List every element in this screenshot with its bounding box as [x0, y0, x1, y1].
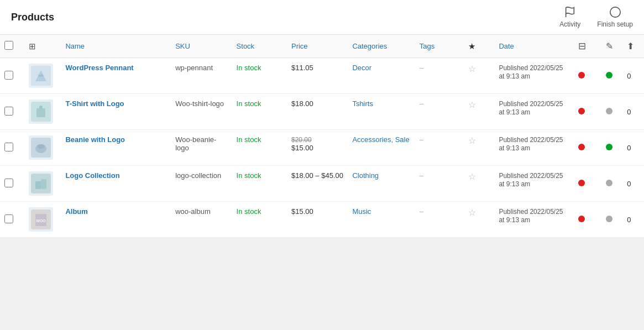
export-icon: ⬆: [627, 41, 634, 51]
product-image: WP: [29, 64, 53, 88]
product-category[interactable]: Music: [352, 207, 371, 216]
product-name[interactable]: Beanie with Logo: [65, 135, 125, 144]
product-image-cell: WOO: [24, 202, 61, 238]
product-tags: –: [420, 171, 423, 180]
row-checkbox[interactable]: [4, 214, 13, 223]
product-category[interactable]: Clothing: [352, 171, 379, 180]
product-sku: logo-collection: [175, 171, 221, 180]
row-checkbox[interactable]: [4, 107, 13, 116]
product-name-cell: Beanie with Logo: [61, 130, 171, 166]
product-image: [29, 135, 53, 160]
product-tags-cell: –: [415, 130, 464, 166]
product-date: Published 2022/05/25 at 9:13 am: [499, 136, 563, 152]
col-header-star: ★: [464, 35, 494, 58]
row-checkbox-cell: [0, 94, 24, 130]
product-sku-cell: logo-collection: [171, 166, 232, 202]
row-checkbox[interactable]: [4, 179, 13, 187]
col-header-price: Price: [287, 35, 348, 58]
edit-dot: [606, 144, 612, 150]
product-sku-cell: Woo-beanie-logo: [171, 130, 232, 166]
product-category[interactable]: Decor: [352, 64, 371, 72]
product-price-cell: $18.00 – $45.00: [287, 166, 348, 202]
product-name[interactable]: Logo Collection: [65, 171, 119, 180]
table-row: T-Shirt with Logo Woo-tshirt-logo In sto…: [0, 94, 644, 130]
row-checkbox-cell: [0, 130, 24, 166]
product-categories-cell: Decor: [348, 58, 415, 94]
product-date-cell: Published 2022/05/25 at 9:13 am: [494, 202, 574, 238]
col-header-image: ⊞: [24, 35, 61, 58]
stock-status: In stock: [237, 99, 261, 108]
select-all-checkbox[interactable]: [4, 41, 13, 50]
col-header-name[interactable]: Name: [61, 35, 171, 58]
product-price-cell: $15.00: [287, 202, 348, 238]
product-name[interactable]: WordPress Pennant: [65, 64, 133, 72]
product-categories-cell: Music: [348, 202, 415, 238]
col-header-checkbox: [0, 35, 24, 58]
table-row: Beanie with Logo Woo-beanie-logo In stoc…: [0, 130, 644, 166]
product-image: WOO: [29, 207, 53, 232]
product-edit-cell: [601, 94, 623, 130]
edit-dot: [606, 180, 612, 186]
product-count-cell: 0: [622, 94, 644, 130]
featured-star[interactable]: ☆: [468, 136, 476, 145]
col-header-sku[interactable]: SKU: [171, 35, 232, 58]
inventory-dot: [578, 72, 585, 78]
product-inventory-cell: [574, 202, 601, 238]
row-checkbox[interactable]: [4, 143, 13, 151]
product-price-cell: $20.00$15.00: [287, 130, 348, 166]
product-tags: –: [420, 207, 423, 216]
product-stock-cell: In stock: [232, 130, 287, 166]
product-edit-cell: [601, 202, 623, 238]
edit-dot: [606, 216, 612, 222]
featured-star[interactable]: ☆: [468, 208, 476, 217]
svg-rect-5: [36, 108, 45, 117]
product-category[interactable]: Accessories, Sale: [352, 135, 409, 144]
top-bar: Products Activity Finish setup: [0, 0, 644, 35]
activity-button[interactable]: Activity: [559, 6, 580, 28]
col-header-categories: Categories: [348, 35, 415, 58]
edit-icon: ✎: [606, 41, 613, 51]
product-count: 0: [627, 216, 631, 224]
product-edit-cell: [601, 58, 623, 94]
product-name[interactable]: Album: [65, 207, 87, 216]
featured-star[interactable]: ☆: [468, 172, 476, 181]
product-date: Published 2022/05/25 at 9:13 am: [499, 64, 563, 80]
svg-point-6: [39, 106, 43, 109]
product-sku-cell: wp-pennant: [171, 58, 232, 94]
row-checkbox-cell: [0, 202, 24, 238]
table-row: Logo Collection logo-collection In stock…: [0, 166, 644, 202]
product-price-cell: $11.05: [287, 58, 348, 94]
featured-star[interactable]: ☆: [468, 64, 476, 74]
product-edit-cell: [601, 166, 623, 202]
product-tags-cell: –: [415, 166, 464, 202]
price: $18.00 – $45.00: [291, 171, 343, 180]
svg-rect-12: [41, 179, 46, 189]
image-col-icon: ⊞: [29, 41, 36, 51]
inventory-dot: [578, 108, 585, 114]
price-sale: $15.00: [291, 144, 343, 152]
product-featured-cell: ☆: [464, 94, 494, 130]
product-name-cell: T-Shirt with Logo: [61, 94, 171, 130]
product-image: [29, 171, 53, 196]
featured-star[interactable]: ☆: [468, 100, 476, 109]
inventory-dot: [578, 144, 585, 150]
product-count-cell: 0: [622, 202, 644, 238]
product-featured-cell: ☆: [464, 166, 494, 202]
product-inventory-cell: [574, 94, 601, 130]
product-category[interactable]: Tshirts: [352, 99, 373, 108]
edit-dot: [606, 108, 612, 114]
flag-icon: [564, 6, 576, 18]
price: $11.05: [291, 64, 313, 72]
product-name-cell: WordPress Pennant: [61, 58, 171, 94]
product-image-cell: [24, 166, 61, 202]
svg-text:WOO: WOO: [36, 219, 46, 223]
col-header-inventory: ⊟: [574, 35, 601, 58]
product-name[interactable]: T-Shirt with Logo: [65, 99, 124, 108]
inventory-dot: [578, 216, 585, 222]
svg-point-1: [610, 7, 620, 17]
row-checkbox-cell: [0, 166, 24, 202]
finish-setup-button[interactable]: Finish setup: [597, 6, 633, 28]
row-checkbox[interactable]: [4, 71, 13, 80]
product-tags: –: [420, 135, 423, 144]
product-sku-cell: Woo-tshirt-logo: [171, 94, 232, 130]
